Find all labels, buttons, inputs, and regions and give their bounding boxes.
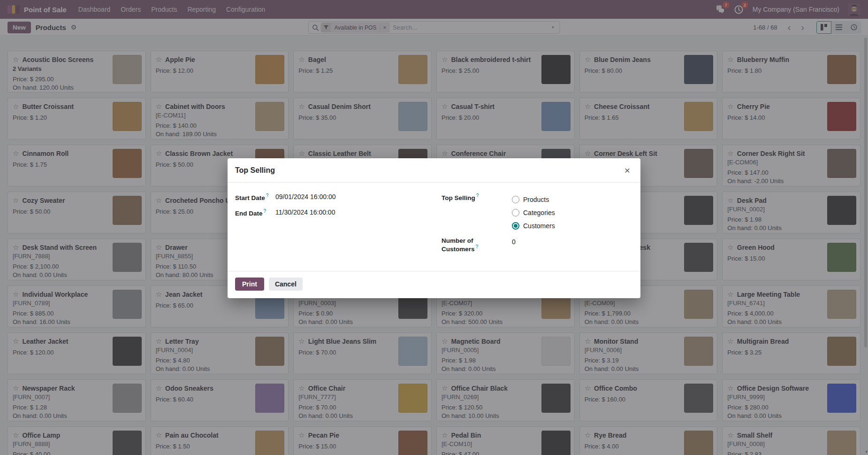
radio-label: Customers: [523, 222, 555, 230]
radio-circle-icon[interactable]: [512, 209, 519, 216]
help-icon: ?: [476, 193, 479, 198]
close-icon[interactable]: ×: [622, 165, 633, 176]
end-date-field[interactable]: 11/30/2024 16:00:00: [275, 208, 335, 217]
help-icon: ?: [476, 244, 479, 249]
top-selling-fields: Top Selling? ProductsCategoriesCustomers…: [442, 193, 555, 253]
dialog-header: Top Selling ×: [228, 158, 640, 183]
radio-circle-icon[interactable]: [512, 196, 519, 203]
help-icon: ?: [266, 193, 269, 198]
radio-circle-icon[interactable]: [512, 222, 519, 230]
number-of-customers-label: Number of Customers?: [442, 237, 512, 253]
dialog-footer: Print Cancel: [228, 271, 640, 297]
start-date-field[interactable]: 09/01/2024 16:00:00: [275, 193, 335, 201]
top-selling-label: Top Selling?: [442, 193, 512, 232]
radio-categories[interactable]: Categories: [512, 206, 555, 219]
dialog-body: Start Date? 09/01/2024 16:00:00 End Date…: [228, 183, 640, 271]
radio-label: Categories: [523, 209, 555, 216]
print-button[interactable]: Print: [235, 278, 264, 291]
app-window: Point of Sale DashboardOrdersProductsRep…: [0, 0, 868, 455]
radio-customers[interactable]: Customers: [512, 219, 555, 232]
start-date-label: Start Date?: [235, 193, 272, 201]
top-selling-radio-group: ProductsCategoriesCustomers: [512, 193, 555, 232]
dialog-title: Top Selling: [235, 166, 275, 175]
radio-products[interactable]: Products: [512, 193, 555, 206]
help-icon: ?: [264, 208, 266, 214]
top-selling-dialog: Top Selling × Start Date? 09/01/2024 16:…: [228, 158, 640, 298]
number-of-customers-field[interactable]: 0: [512, 238, 516, 253]
end-date-label: End Date?: [235, 208, 272, 217]
date-fields: Start Date? 09/01/2024 16:00:00 End Date…: [235, 193, 335, 224]
radio-label: Products: [523, 196, 549, 203]
cancel-button[interactable]: Cancel: [269, 278, 303, 291]
